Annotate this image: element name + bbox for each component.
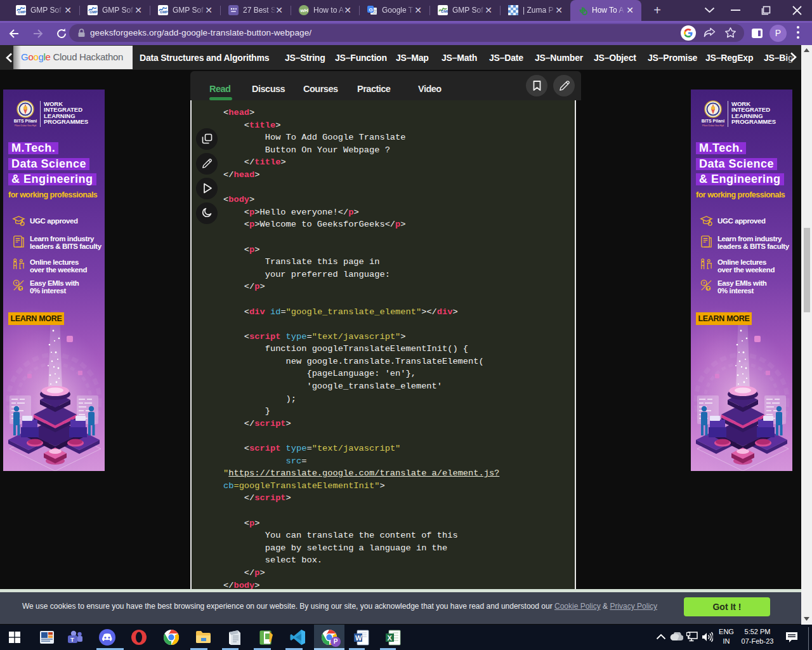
svg-text:GMP: GMP xyxy=(18,10,26,14)
svg-text:文: 文 xyxy=(373,9,377,14)
svg-text:T: T xyxy=(70,636,74,643)
svg-text:₹: ₹ xyxy=(707,286,709,291)
svg-text:GMP: GMP xyxy=(441,10,448,13)
svg-text:GMP: GMP xyxy=(160,10,168,14)
svg-text:W: W xyxy=(355,634,362,642)
svg-text:?: ? xyxy=(702,281,705,285)
svg-text:X: X xyxy=(388,634,393,642)
svg-text:wH: wH xyxy=(300,8,308,13)
svg-text:?: ? xyxy=(15,281,17,285)
svg-text:₹: ₹ xyxy=(19,286,22,291)
svg-text:GMP: GMP xyxy=(89,10,98,14)
